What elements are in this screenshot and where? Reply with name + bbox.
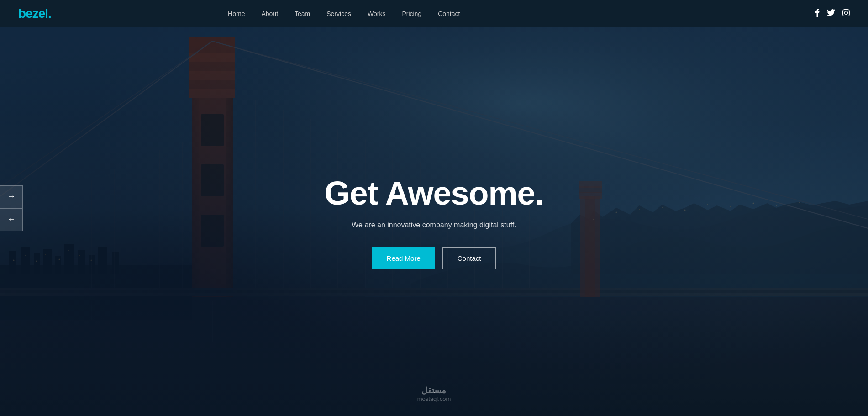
hero-buttons: Read More Contact [324, 247, 543, 269]
facebook-icon[interactable] [815, 9, 820, 19]
slider-prev-button[interactable]: ← [0, 208, 23, 231]
brand-name: bezel [18, 6, 48, 21]
nav-services[interactable]: Services [318, 0, 359, 27]
navbar: bezel. Home About Team Services Works Pr… [0, 0, 868, 27]
instagram-icon[interactable] [842, 9, 850, 18]
twitter-icon[interactable] [827, 9, 835, 18]
brand-logo[interactable]: bezel. [18, 6, 51, 21]
read-more-button[interactable]: Read More [372, 247, 435, 269]
nav-home[interactable]: Home [220, 0, 253, 27]
nav-contact[interactable]: Contact [430, 0, 468, 27]
hero-title: Get Awesome. [324, 174, 543, 212]
hero-section: → ← Get Awesome. We are an innovative co… [0, 0, 868, 416]
nav-pricing[interactable]: Pricing [394, 0, 430, 27]
hero-subtitle: We are an innovative company making digi… [324, 221, 543, 229]
watermark-arabic: مستقل [417, 385, 451, 395]
watermark: مستقل mostaql.com [417, 385, 451, 402]
contact-button[interactable]: Contact [442, 247, 496, 269]
nav-divider [642, 0, 642, 27]
nav-team[interactable]: Team [286, 0, 318, 27]
slider-controls: → ← [0, 185, 23, 231]
nav-links: Home About Team Services Works Pricing C… [220, 0, 468, 27]
social-links [815, 9, 850, 19]
slider-next-button[interactable]: → [0, 185, 23, 208]
nav-works[interactable]: Works [359, 0, 394, 27]
hero-content: Get Awesome. We are an innovative compan… [315, 174, 552, 269]
brand-dot: . [48, 6, 51, 21]
nav-about[interactable]: About [253, 0, 286, 27]
watermark-url: mostaql.com [417, 395, 451, 402]
